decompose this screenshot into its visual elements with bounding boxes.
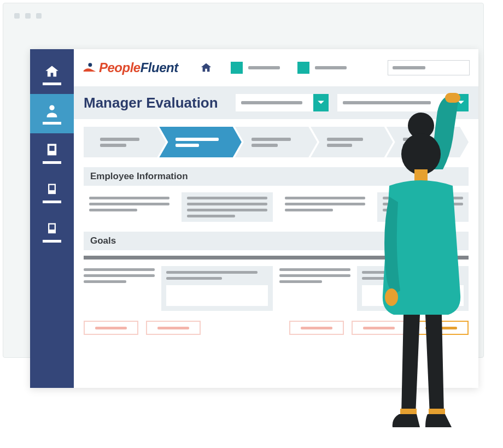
- info-label: [84, 192, 175, 222]
- goal-card: [161, 266, 273, 311]
- svg-point-8: [88, 63, 92, 67]
- action-buttons: [84, 321, 469, 335]
- step-4[interactable]: [311, 127, 393, 157]
- sidebar-item-doc1[interactable]: [30, 133, 74, 173]
- home-icon: [44, 64, 60, 79]
- svg-rect-5: [49, 185, 54, 190]
- chevron-down-icon: [313, 94, 329, 111]
- info-label: [279, 192, 371, 222]
- step-2[interactable]: [159, 127, 241, 157]
- logo-word-people: People: [99, 60, 141, 75]
- secondary-button-2[interactable]: [146, 321, 201, 335]
- info-value: [182, 192, 273, 222]
- svg-rect-3: [49, 145, 54, 150]
- brand-logo: PeopleFluent: [83, 60, 178, 75]
- logo-text: PeopleFluent: [99, 60, 178, 75]
- logo-word-fluent: Fluent: [141, 60, 178, 75]
- goal-text-input[interactable]: [166, 285, 268, 306]
- svg-rect-15: [429, 409, 445, 414]
- document-icon: [44, 143, 60, 158]
- step-3[interactable]: [235, 127, 317, 157]
- square-icon: [297, 62, 309, 74]
- goal-label: [84, 266, 155, 311]
- document-icon: [44, 182, 60, 197]
- logo-mark-icon: [83, 63, 97, 73]
- section-divider: [84, 256, 469, 260]
- window-controls: [14, 13, 42, 19]
- main-panel: PeopleFluent Manager Evaluation: [74, 49, 478, 388]
- document-icon: [44, 221, 60, 237]
- placeholder-line: [393, 66, 425, 69]
- search-input[interactable]: [388, 60, 470, 75]
- progress-steps: [84, 127, 469, 157]
- sidebar-underline: [43, 122, 61, 125]
- sidebar-underline: [43, 240, 61, 243]
- secondary-button-4[interactable]: [352, 321, 406, 335]
- person-icon: [44, 103, 60, 119]
- app-window: PeopleFluent Manager Evaluation: [30, 49, 478, 388]
- top-nav-item-1[interactable]: [231, 62, 280, 74]
- primary-button[interactable]: [414, 321, 469, 335]
- sidebar-item-home[interactable]: [30, 55, 74, 94]
- svg-rect-14: [400, 409, 417, 414]
- placeholder-line: [241, 101, 302, 104]
- placeholder-line: [248, 66, 280, 69]
- sidebar-item-people[interactable]: [30, 94, 74, 133]
- employee-info-grid: [84, 192, 469, 222]
- sidebar-underline: [43, 161, 61, 164]
- content-area: Employee Information Goals: [74, 119, 478, 335]
- step-5[interactable]: [387, 127, 469, 157]
- sidebar-underline: [43, 201, 61, 203]
- sidebar-item-doc2[interactable]: [30, 173, 74, 212]
- top-bar: PeopleFluent: [74, 49, 478, 86]
- goal-label: [279, 266, 350, 311]
- svg-rect-7: [49, 224, 54, 229]
- info-value: [377, 192, 469, 222]
- filter-select-2[interactable]: [337, 94, 469, 111]
- goal-card: [357, 266, 469, 311]
- secondary-button-3[interactable]: [289, 321, 344, 335]
- sidebar-underline: [43, 82, 61, 85]
- title-bar: Manager Evaluation: [74, 86, 478, 119]
- svg-point-0: [49, 105, 54, 110]
- section-employee-info-heading: Employee Information: [84, 167, 469, 186]
- goals-grid: [84, 266, 469, 311]
- section-goals-heading: Goals: [84, 232, 469, 250]
- page-title: Manager Evaluation: [84, 95, 218, 111]
- home-icon[interactable]: [199, 62, 213, 74]
- chevron-down-icon: [453, 94, 469, 111]
- placeholder-line: [343, 101, 431, 104]
- filter-select-1[interactable]: [236, 94, 329, 111]
- step-1[interactable]: [84, 127, 166, 157]
- goal-text-input[interactable]: [362, 285, 464, 306]
- placeholder-line: [315, 66, 347, 69]
- top-nav-item-2[interactable]: [297, 62, 347, 74]
- sidebar-item-doc3[interactable]: [30, 212, 74, 251]
- square-icon: [231, 62, 243, 74]
- sidebar: [30, 49, 74, 388]
- secondary-button-1[interactable]: [84, 321, 138, 335]
